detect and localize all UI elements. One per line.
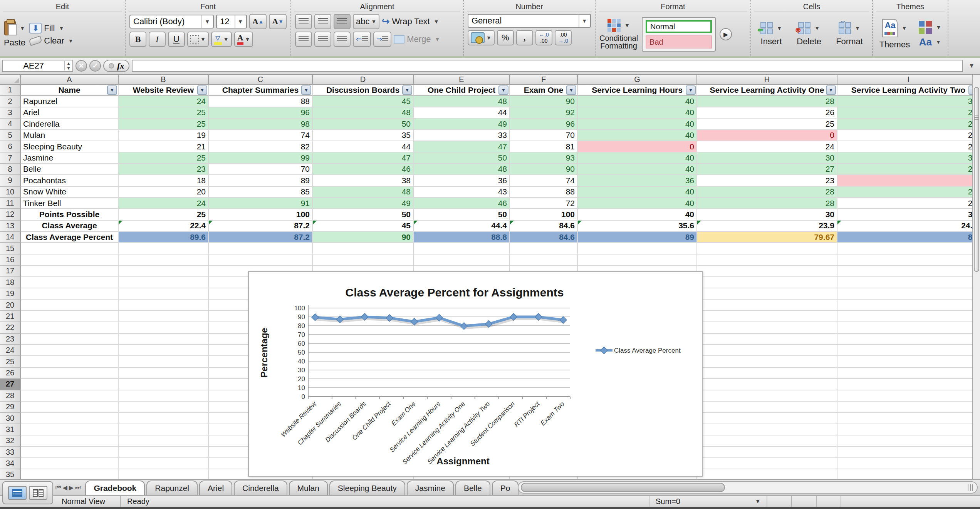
cell-G8[interactable]: 40: [578, 164, 697, 175]
cell-D16[interactable]: [313, 254, 414, 266]
insert-cells-button[interactable]: ⇐▼ Insert: [760, 22, 782, 47]
row-header-12[interactable]: 12: [0, 209, 21, 220]
cell-H16[interactable]: [697, 254, 837, 266]
cell-B11[interactable]: 24: [119, 198, 209, 209]
style-normal[interactable]: Normal: [646, 20, 712, 33]
clear-dropdown-arrow[interactable]: ▼: [68, 38, 74, 44]
cell-H5[interactable]: 0: [697, 130, 837, 141]
cell-H28[interactable]: [697, 390, 837, 402]
paste-dropdown-arrow[interactable]: ▼: [20, 25, 25, 31]
cell-B26[interactable]: [119, 368, 209, 379]
cell-I21[interactable]: [837, 311, 980, 322]
horizontal-scrollbar-thumb[interactable]: [521, 483, 725, 492]
increase-indent-button[interactable]: ⇒: [373, 32, 391, 47]
cell-G12[interactable]: 40: [578, 209, 697, 220]
cell-G6[interactable]: 0: [578, 141, 697, 152]
column-header-A[interactable]: A: [21, 75, 119, 85]
cell-C6[interactable]: 82: [209, 141, 313, 152]
cell-I24[interactable]: [837, 345, 980, 356]
cell-B35[interactable]: [119, 469, 209, 479]
filter-dropdown-icon[interactable]: ▼: [402, 85, 412, 95]
row-header-32[interactable]: 32: [0, 435, 21, 447]
cell-C7[interactable]: 99: [209, 152, 313, 164]
cell-A5[interactable]: Mulan: [21, 130, 119, 141]
cell-F9[interactable]: 74: [510, 175, 578, 186]
cell-C16[interactable]: [209, 254, 313, 266]
row-header-21[interactable]: 21: [0, 311, 21, 322]
cell-B12[interactable]: 25: [119, 209, 209, 220]
decrease-indent-button[interactable]: ⇐: [353, 32, 371, 47]
cell-B4[interactable]: 25: [119, 119, 209, 130]
sheet-tab-sleeping-beauty[interactable]: Sleeping Beauty: [329, 481, 405, 495]
cell-B2[interactable]: 24: [119, 96, 209, 107]
column-header-F[interactable]: F: [510, 75, 578, 85]
column-header-G[interactable]: G: [578, 75, 697, 85]
cell-A19[interactable]: [21, 288, 119, 300]
cell-H29[interactable]: [697, 402, 837, 413]
cell-A14[interactable]: Class Average Percent: [21, 232, 119, 243]
cell-G10[interactable]: 40: [578, 187, 697, 198]
cell-C14[interactable]: 87.2: [209, 232, 313, 243]
cell-C15[interactable]: [209, 243, 313, 254]
enter-button[interactable]: ✓: [89, 60, 101, 72]
row-header-13[interactable]: 13: [0, 221, 21, 232]
cell-H22[interactable]: [697, 322, 837, 333]
align-right-button[interactable]: [334, 32, 351, 47]
align-left-button[interactable]: [295, 32, 312, 47]
first-sheet-button[interactable]: ⏮: [55, 484, 61, 491]
cell-H4[interactable]: 25: [697, 119, 837, 130]
cell-I16[interactable]: [837, 254, 980, 266]
row-header-33[interactable]: 33: [0, 447, 21, 458]
row-header-9[interactable]: 9: [0, 175, 21, 186]
cell-H35[interactable]: [697, 469, 837, 479]
align-bottom-button[interactable]: [334, 14, 351, 29]
conditional-formatting-button[interactable]: ▼ ConditionalFormatting: [599, 19, 638, 50]
cell-H9[interactable]: 23: [697, 175, 837, 186]
next-sheet-button[interactable]: ▶: [69, 484, 74, 491]
cell-B24[interactable]: [119, 345, 209, 356]
currency-button[interactable]: ▼: [468, 30, 495, 45]
cell-C9[interactable]: 89: [209, 175, 313, 186]
row-header-2[interactable]: 2: [0, 96, 21, 107]
wrap-text-button[interactable]: Wrap Text: [392, 17, 430, 27]
row-header-18[interactable]: 18: [0, 277, 21, 288]
cell-B10[interactable]: 20: [119, 187, 209, 198]
cell-H33[interactable]: [697, 447, 837, 458]
theme-fonts-button[interactable]: Aa▼: [919, 36, 941, 48]
cell-I9[interactable]: 0: [837, 175, 980, 186]
style-bad[interactable]: Bad: [646, 35, 712, 49]
cell-E12[interactable]: 50: [414, 209, 510, 220]
cell-I26[interactable]: [837, 368, 980, 379]
cell-A18[interactable]: [21, 277, 119, 288]
cell-H24[interactable]: [697, 345, 837, 356]
column-header-I[interactable]: I: [837, 75, 980, 85]
cell-I27[interactable]: [837, 379, 980, 390]
cell-I19[interactable]: [837, 288, 980, 300]
shrink-font-button[interactable]: A▼: [269, 14, 287, 29]
insert-function-button[interactable]: fx: [103, 60, 129, 72]
header-cell-I1[interactable]: Service Learning Activity Two▼: [837, 85, 980, 96]
cell-A35[interactable]: [21, 469, 119, 479]
font-color-button[interactable]: A▼: [234, 32, 253, 47]
filter-dropdown-icon[interactable]: ▼: [686, 85, 696, 95]
cell-I20[interactable]: [837, 300, 980, 311]
worksheet-grid[interactable]: ABCDEFGHI1Name▼Website Review▼Chapter Su…: [0, 75, 980, 479]
cell-F11[interactable]: 72: [510, 198, 578, 209]
filter-dropdown-icon[interactable]: ▼: [301, 85, 311, 95]
cell-F12[interactable]: 100: [510, 209, 578, 220]
cell-B9[interactable]: 18: [119, 175, 209, 186]
cell-H26[interactable]: [697, 368, 837, 379]
cell-A10[interactable]: Snow White: [21, 187, 119, 198]
cell-E3[interactable]: 44: [414, 107, 510, 119]
filter-dropdown-icon[interactable]: ▼: [197, 85, 207, 95]
cell-D5[interactable]: 35: [313, 130, 414, 141]
fill-dropdown-arrow[interactable]: ▼: [59, 25, 64, 31]
cell-A15[interactable]: [21, 243, 119, 254]
cell-B20[interactable]: [119, 300, 209, 311]
paste-button[interactable]: ▼ Paste: [4, 21, 25, 48]
cell-E2[interactable]: 48: [414, 96, 510, 107]
wrap-text-dropdown-arrow[interactable]: ▼: [434, 18, 439, 25]
cell-G4[interactable]: 40: [578, 119, 697, 130]
cell-I11[interactable]: 25: [837, 198, 980, 209]
cell-E13[interactable]: 44.4: [414, 221, 510, 232]
